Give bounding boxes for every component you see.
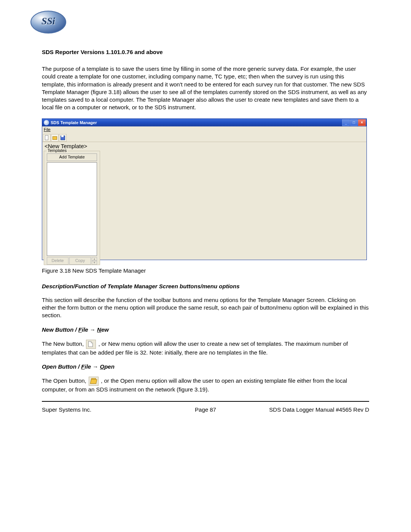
templates-group: Templates Add Template Delete Copy ▲▼ [44, 151, 100, 265]
close-button[interactable]: × [358, 119, 366, 126]
open-folder-icon [89, 377, 99, 386]
templates-legend: Templates [46, 148, 68, 153]
toolbar-new-button[interactable] [43, 134, 51, 142]
footer-center: Page 87 [151, 406, 260, 413]
section-desc-heading: Description/Function of Template Manager… [42, 283, 369, 289]
figure-318-caption: Figure 3.18 New SDS Template Manager [42, 267, 369, 275]
version-heading: SDS Reporter Versions 1.101.0.76 and abo… [42, 49, 369, 55]
page-footer: Super Systems Inc. Page 87 SDS Data Logg… [42, 406, 369, 413]
logo-wrap: SSi [30, 11, 369, 34]
reorder-spinner[interactable]: ▲▼ [92, 257, 97, 265]
toolbar [42, 134, 366, 142]
templates-listbox[interactable] [47, 162, 97, 256]
toolbar-open-button[interactable] [51, 134, 59, 142]
add-template-button[interactable]: Add Template [47, 153, 97, 161]
new-file-icon [86, 340, 96, 349]
app-icon [44, 120, 49, 125]
delete-button[interactable]: Delete [47, 257, 68, 265]
copy-button[interactable]: Copy [69, 257, 91, 265]
intro-paragraph: The purpose of a template is to save the… [42, 65, 369, 112]
new-paragraph: The New button, , or New menu option wil… [42, 340, 369, 356]
menu-file[interactable]: File [44, 127, 51, 132]
section-open-heading: Open Button / File → Open [42, 363, 369, 370]
footer-right: SDS Data Logger Manual #4565 Rev D [260, 406, 369, 413]
maximize-button[interactable]: □ [350, 119, 358, 126]
open-paragraph: The Open button, , or the Open menu opti… [42, 377, 369, 393]
titlebar: SDS Template Manager _ □ × [42, 119, 366, 126]
minimize-button[interactable]: _ [342, 119, 350, 126]
menubar: File [42, 126, 366, 134]
template-name-label: <New Template> [42, 142, 366, 151]
ssi-logo: SSi [30, 11, 66, 34]
toolbar-save-button[interactable] [59, 134, 67, 142]
window-title: SDS Template Manager [51, 120, 97, 125]
desc-paragraph: This section will describe the function … [42, 296, 369, 320]
footer-separator [42, 401, 369, 402]
section-new-heading: New Button / File → New [42, 326, 369, 333]
footer-left: Super Systems Inc. [42, 406, 151, 413]
template-manager-window: SDS Template Manager _ □ × File <New Tem… [42, 118, 367, 260]
